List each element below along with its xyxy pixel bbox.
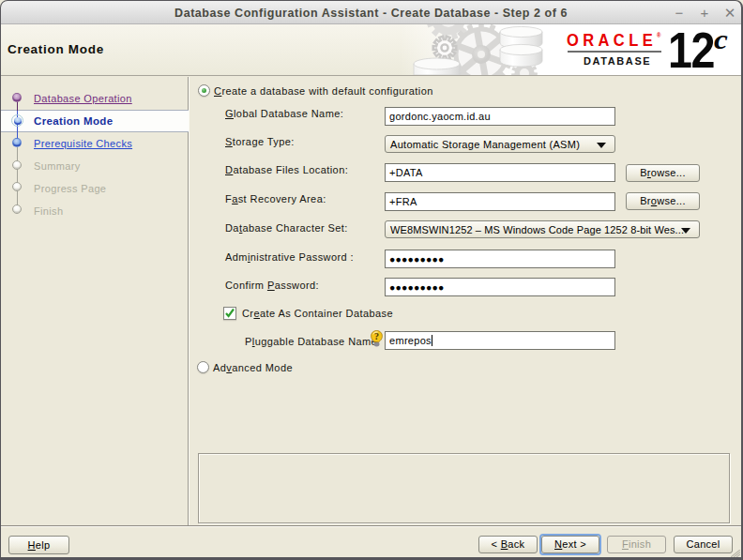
svg-text:?: ?: [374, 331, 379, 341]
